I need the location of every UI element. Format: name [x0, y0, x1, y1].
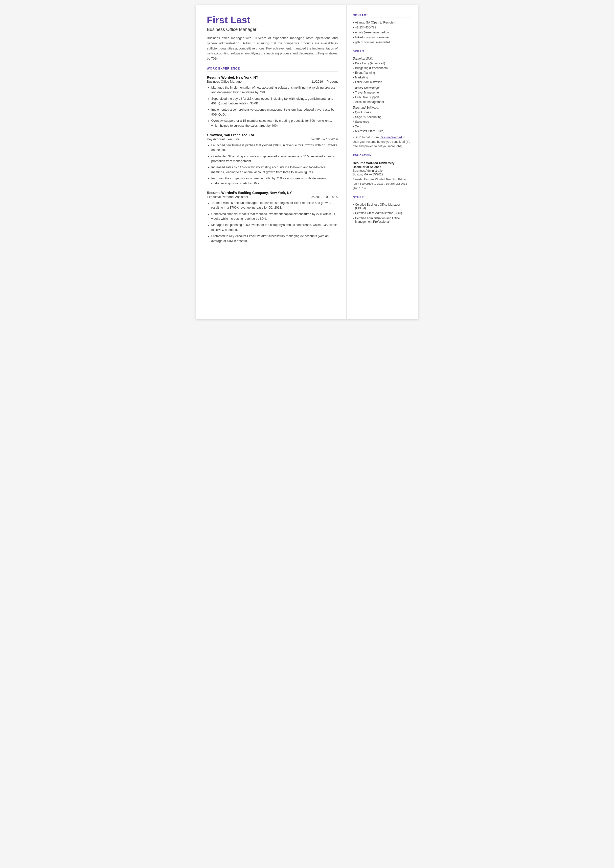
professional-summary: Business office manager with 10 years of…: [207, 36, 338, 61]
candidate-name: First Last: [207, 15, 338, 25]
position-row-2: Key Account Executive 02/2015 – 10/2019: [207, 137, 338, 141]
skill-salesforce: • Salesforce: [353, 120, 412, 124]
technical-skills-label: Technical Skills:: [353, 57, 412, 61]
job-block-1: Resume Worded, New York, NY Business Off…: [207, 76, 338, 128]
skill-quickbooks: • QuickBooks: [353, 110, 412, 114]
skill-ms-office: • Microsoft Office Suite,: [353, 129, 412, 133]
education-heading: EDUCATION: [353, 154, 412, 158]
right-column: CONTACT • Atlanta, GA (Open to Remote) •…: [347, 5, 419, 319]
bullet-2-1: Launched new business pitches that yield…: [211, 143, 338, 153]
bullet-dot: •: [353, 21, 354, 25]
bullet-dot: •: [353, 31, 354, 34]
bullet-2-4: Improved the company's e-commerce traffi…: [211, 176, 338, 186]
edu-field: Business Administration: [353, 169, 412, 172]
industry-knowledge-label: Industry Knowledge:: [353, 86, 412, 90]
contact-linkedin: • linkedin.com/in/username: [353, 36, 412, 39]
company-2: Growthsi, San Francisco, CA: [207, 133, 338, 137]
bullet-dot: •: [353, 26, 354, 30]
position-row-3: Executive Personal Assistant 06/2012 – 0…: [207, 195, 338, 199]
position-title-1: Business Office Manager: [207, 80, 243, 83]
skill-exec-support: • Executive Support: [353, 96, 412, 99]
skill-sage: • Sage 50 Accounting: [353, 115, 412, 119]
other-heading: OTHER: [353, 196, 412, 200]
skill-marketing: • Marketing: [353, 76, 412, 79]
position-title-3: Executive Personal Assistant: [207, 195, 248, 199]
skills-section: SKILLS Technical Skills: • Data Entry (A…: [353, 50, 412, 149]
skills-heading: SKILLS: [353, 50, 412, 54]
other-section: OTHER • Certified Business Office Manage…: [353, 196, 412, 224]
bullets-2: Launched new business pitches that yield…: [207, 143, 338, 186]
left-column: First Last Business Office Manager Busin…: [196, 5, 347, 319]
job-block-2: Growthsi, San Francisco, CA Key Account …: [207, 133, 338, 186]
candidate-title: Business Office Manager: [207, 27, 338, 32]
edu-location-date: Boston, MA — 05/2012: [353, 173, 412, 176]
contact-heading: CONTACT: [353, 14, 412, 18]
company-3: Resume Worded's Exciting Company, New Yo…: [207, 191, 338, 195]
edu-degree: Bachelor of Science: [353, 165, 412, 169]
date-range-2: 02/2015 – 10/2019: [311, 137, 338, 141]
date-range-1: 11/2019 – Present: [311, 80, 338, 83]
position-title-2: Key Account Executive: [207, 137, 240, 141]
contact-section: CONTACT • Atlanta, GA (Open to Remote) •…: [353, 14, 412, 44]
edu-awards: Awards: Resume Worded Teaching Fellow (o…: [353, 177, 412, 190]
skill-travel-mgmt: • Travel Management: [353, 91, 412, 95]
bullet-2-2: Overhauled 32 existing accounts and gene…: [211, 154, 338, 164]
skill-account-mgmt: • Account Management: [353, 100, 412, 104]
other-cert-3: • Certified Administration and Office Ma…: [353, 216, 412, 224]
date-range-3: 06/2012 – 01/2015: [311, 195, 338, 199]
position-row-1: Business Office Manager 11/2019 – Presen…: [207, 80, 338, 83]
bullet-dot: •: [353, 36, 354, 39]
bullet-3-4: Promoted to Key Account Executive after …: [211, 234, 338, 244]
bullet-3-2: Conceived financial models that reduced …: [211, 212, 338, 222]
bullets-1: Managed the implementation of new accoun…: [207, 85, 338, 128]
contact-location: • Atlanta, GA (Open to Remote): [353, 21, 412, 25]
other-cert-1: • Certified Business Office Manager (CBO…: [353, 203, 412, 210]
company-1: Resume Worded, New York, NY: [207, 76, 338, 79]
bullet-dot: •: [353, 41, 354, 44]
other-cert-2: • Certified Office Administrator (COA).: [353, 211, 412, 215]
bullet-1-3: Implemented a comprehensive expense mana…: [211, 107, 338, 117]
bullet-2-3: Increased sales by 14.5% within 65 exist…: [211, 165, 338, 175]
bullet-1-1: Managed the implementation of new accoun…: [211, 85, 338, 95]
resume-worded-link[interactable]: Resume Worded: [380, 136, 402, 139]
tools-label: Tools and Software:: [353, 106, 412, 109]
edu-school: Resume Worded University: [353, 161, 412, 165]
skill-office-admin: • Office Administration: [353, 81, 412, 84]
resume-page: First Last Business Office Manager Busin…: [196, 5, 419, 319]
job-block-3: Resume Worded's Exciting Company, New Yo…: [207, 191, 338, 244]
promo-text: • Don't forget to use Resume Worded to s…: [353, 135, 412, 149]
work-experience-heading: WORK EXPERIENCE: [207, 67, 338, 71]
skill-budgeting: • Budgeting (Experienced): [353, 66, 412, 70]
bullet-3-3: Managed the planning of 50 events for th…: [211, 223, 338, 232]
skill-event-planning: • Event Planning: [353, 71, 412, 75]
bullet-1-4: Oversaw support for a 15-member sales te…: [211, 118, 338, 128]
contact-email: • email@resumeworded.com: [353, 31, 412, 34]
skill-xero: • Xero: [353, 125, 412, 129]
bullet-1-2: Supervised the payroll for 2.5K employee…: [211, 96, 338, 106]
contact-github: • github.com/resumeworded: [353, 40, 412, 44]
education-section: EDUCATION Resume Worded University Bache…: [353, 154, 412, 190]
skill-data-entry: • Data Entry (Advanced): [353, 62, 412, 65]
bullets-3: Teamed with 25 account managers to devel…: [207, 201, 338, 244]
contact-phone: • +1-234-456-789: [353, 26, 412, 30]
bullet-3-1: Teamed with 25 account managers to devel…: [211, 201, 338, 210]
